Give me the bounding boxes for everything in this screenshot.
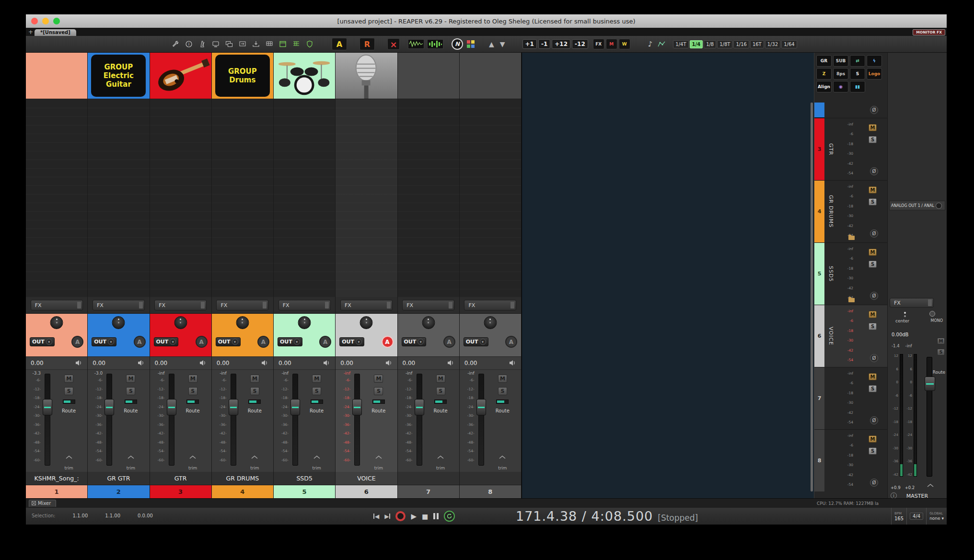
volume-fader[interactable] [231, 374, 236, 466]
solo-button[interactable]: S [436, 387, 445, 395]
width-slider[interactable] [186, 400, 199, 404]
trim-knob[interactable] [65, 452, 73, 461]
phase-button[interactable]: Ø [870, 416, 878, 424]
nav-down-button[interactable]: ▼ [498, 40, 507, 48]
wrench-icon[interactable] [170, 38, 181, 50]
track-color-strip[interactable]: 8 [814, 430, 824, 491]
track-lane-area[interactable] [212, 99, 273, 297]
note-icon[interactable]: ♪ [647, 40, 654, 48]
monitor-fx-button[interactable]: MONITOR FX [913, 29, 945, 35]
bpm-box[interactable]: BPM 165 [891, 508, 906, 525]
master-fx-icon-10[interactable]: ▮▮ [850, 81, 865, 92]
master-fader-handle[interactable] [925, 377, 935, 391]
metronome-icon[interactable] [197, 38, 208, 50]
volume-readout[interactable]: 0.00 [217, 360, 230, 366]
fx-button[interactable]: FX [31, 300, 83, 310]
mute-button[interactable]: M [64, 375, 73, 383]
fx-grip[interactable] [201, 302, 205, 309]
width-slider[interactable] [372, 400, 385, 404]
output-dropdown-icon[interactable]: ▾ [232, 339, 238, 345]
master-fx-icon-8[interactable]: Align [816, 81, 832, 92]
grid-division-16T[interactable]: 16T [750, 40, 764, 48]
width-slider[interactable] [63, 400, 75, 404]
solo-button[interactable]: S [869, 198, 877, 206]
track-number[interactable]: 7 [398, 485, 459, 498]
volume-fader[interactable] [478, 374, 484, 466]
phase-button[interactable]: Ø [870, 292, 878, 300]
track-number[interactable]: 8 [460, 485, 521, 498]
grid-icon[interactable] [264, 38, 275, 50]
fx-button[interactable]: FX [464, 300, 516, 310]
nudge-button-+1[interactable]: +1 [522, 39, 537, 49]
notation-icon[interactable]: N [452, 38, 463, 50]
volume-fader[interactable] [45, 374, 50, 466]
record-button[interactable] [395, 511, 406, 521]
vertical-scrollbar[interactable] [811, 103, 813, 491]
volume-fader[interactable] [169, 374, 174, 466]
volume-readout[interactable]: 0.00 [464, 360, 477, 366]
pan-knob[interactable] [484, 316, 497, 329]
track-name-vertical[interactable]: SSD5 [824, 243, 837, 305]
fader-handle[interactable] [43, 399, 52, 415]
color-palette-icon[interactable] [465, 38, 476, 50]
trim-knob[interactable] [437, 452, 444, 461]
letter-a-icon[interactable]: A [332, 38, 347, 50]
project-tab[interactable]: *[Unsaved] [35, 29, 76, 36]
nav-up-button[interactable]: ▲ [487, 40, 496, 48]
mute-button[interactable]: M [188, 375, 197, 383]
track-name[interactable] [398, 472, 459, 485]
track-icon[interactable] [460, 53, 521, 99]
arrange-view[interactable] [522, 53, 814, 498]
track-lane-area[interactable] [336, 99, 397, 297]
nudge-button--1[interactable]: -1 [538, 39, 550, 49]
route-button[interactable]: Route [124, 408, 138, 413]
output-button[interactable]: OUT▾ [464, 337, 488, 346]
track-name[interactable]: GR DRUMS [212, 472, 273, 485]
volume-readout[interactable]: 0.00 [278, 360, 291, 366]
track-number[interactable]: 4 [212, 485, 273, 498]
output-dropdown-icon[interactable]: ▾ [46, 339, 52, 345]
master-trim-knob[interactable] [927, 480, 934, 490]
track-icon[interactable] [26, 53, 87, 99]
volume-fader[interactable] [292, 374, 298, 466]
master-mute-button[interactable]: M [937, 338, 945, 344]
route-button[interactable]: Route [371, 408, 385, 413]
pan-knob[interactable] [422, 316, 435, 329]
fx-grip[interactable] [77, 302, 81, 309]
output-button[interactable]: OUT▾ [402, 337, 427, 346]
track-color-strip[interactable]: 4 [814, 181, 824, 242]
track-lane-area[interactable] [26, 99, 87, 297]
track-number[interactable]: 1 [26, 485, 87, 498]
output-button[interactable]: OUT▾ [92, 337, 116, 346]
mute-button[interactable]: M [869, 373, 877, 380]
record-arm-button[interactable]: A [319, 336, 331, 348]
mute-button[interactable]: M [498, 375, 507, 383]
volume-readout[interactable]: 0.00 [340, 360, 353, 366]
mute-button[interactable]: M [250, 375, 259, 383]
master-route-button[interactable]: Route [933, 370, 945, 375]
solo-button[interactable]: S [374, 387, 383, 395]
master-fx-icon-2[interactable]: ⇄ [850, 55, 865, 67]
track-color-strip[interactable]: 6 [814, 305, 824, 367]
track-icon[interactable] [398, 53, 459, 99]
output-button[interactable]: OUT▾ [216, 337, 241, 346]
fx-grip[interactable] [387, 302, 391, 309]
phase-button[interactable]: Ø [870, 106, 878, 114]
matrix-icon[interactable] [290, 38, 302, 50]
mute-button[interactable]: M [869, 124, 877, 131]
fx-button[interactable]: FX [154, 300, 207, 310]
envelope-icon[interactable] [656, 38, 667, 50]
hardware-output-icon[interactable] [936, 203, 942, 209]
trim-knob[interactable] [127, 452, 135, 461]
mute-button[interactable]: M [374, 375, 383, 383]
waveform-icon[interactable] [407, 38, 425, 50]
fx-button[interactable]: FX [278, 300, 331, 310]
track-icon[interactable]: GROUPDrums [212, 53, 273, 99]
selection-start[interactable]: 1.1.00 [72, 513, 88, 518]
pan-knob[interactable] [236, 316, 249, 329]
pan-knob[interactable] [112, 316, 125, 329]
volume-fader[interactable] [417, 374, 422, 466]
shield-icon[interactable] [304, 38, 315, 50]
track-name-vertical[interactable]: VOICE [824, 305, 837, 367]
toolbar-tile-fx[interactable]: FX [593, 39, 604, 49]
